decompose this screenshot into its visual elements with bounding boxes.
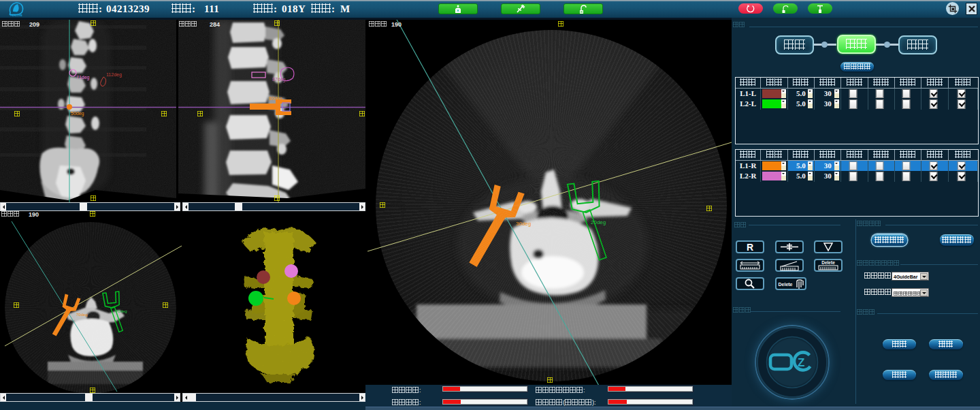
svg-text:Z: Z bbox=[798, 356, 804, 369]
svg-text:50deg: 50deg bbox=[71, 111, 84, 116]
svg-text:Delete: Delete bbox=[778, 282, 792, 287]
svg-text:PERLOVE: PERLOVE bbox=[10, 14, 22, 16]
svg-text:71deg: 71deg bbox=[76, 75, 90, 80]
svg-text:87deg: 87deg bbox=[272, 77, 286, 82]
svg-text:112deg: 112deg bbox=[106, 72, 122, 78]
svg-text:Delete: Delete bbox=[821, 260, 835, 265]
